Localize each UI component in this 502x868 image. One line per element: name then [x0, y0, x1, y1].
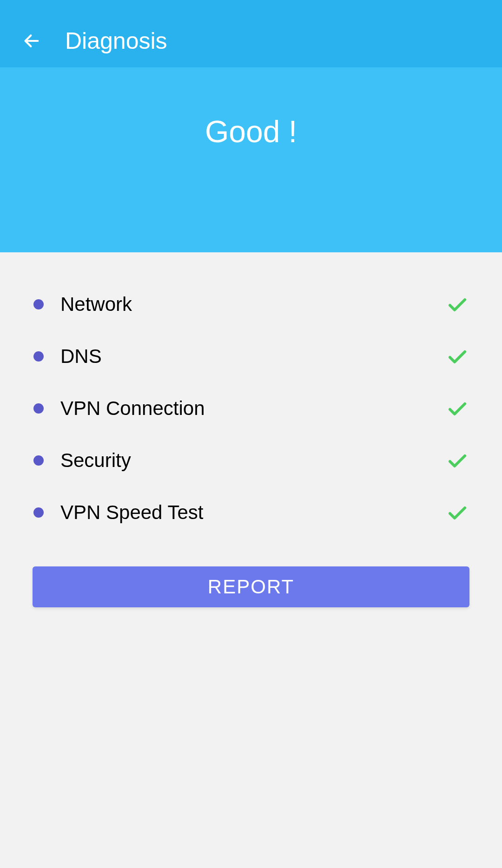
status-panel: Good ! [0, 67, 502, 252]
check-label: VPN Connection [60, 397, 446, 420]
check-item-vpn-speed-test: VPN Speed Test [33, 487, 469, 539]
bullet-icon [33, 455, 44, 466]
check-label: VPN Speed Test [60, 501, 446, 524]
check-icon [446, 293, 469, 316]
check-icon [446, 345, 469, 368]
app-bar: Diagnosis [0, 14, 502, 67]
check-icon [446, 397, 469, 420]
check-list: Network DNS VPN Connection Security [0, 252, 502, 557]
button-container: REPORT [0, 557, 502, 617]
status-bar [0, 0, 502, 14]
check-label: DNS [60, 345, 446, 368]
check-label: Security [60, 449, 446, 472]
status-text: Good ! [205, 114, 297, 149]
check-item-vpn-connection: VPN Connection [33, 382, 469, 434]
report-button[interactable]: REPORT [33, 566, 469, 607]
bullet-icon [33, 507, 44, 518]
check-icon [446, 449, 469, 472]
bullet-icon [33, 299, 44, 309]
check-item-security: Security [33, 434, 469, 487]
check-icon [446, 501, 469, 524]
back-icon[interactable] [22, 32, 41, 50]
check-item-network: Network [33, 278, 469, 330]
check-label: Network [60, 293, 446, 316]
check-item-dns: DNS [33, 330, 469, 382]
bullet-icon [33, 403, 44, 414]
page-title: Diagnosis [65, 27, 167, 54]
bullet-icon [33, 351, 44, 362]
